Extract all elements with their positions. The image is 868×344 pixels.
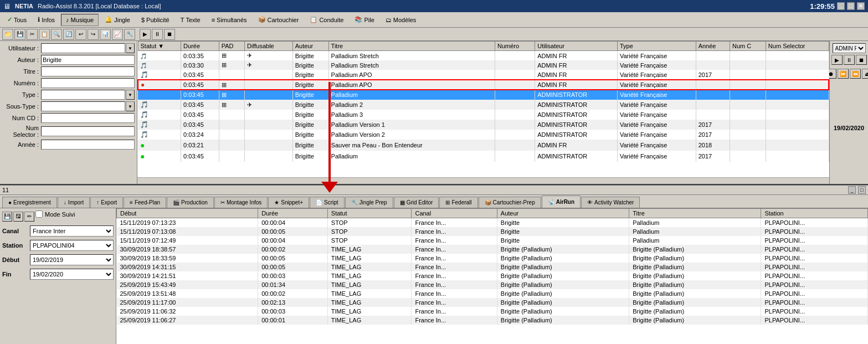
- tb-btn-6[interactable]: 🔄: [63, 29, 74, 40]
- bl-edit-icon[interactable]: ✏: [24, 212, 34, 222]
- maximize-button[interactable]: □: [847, 2, 855, 10]
- table-row[interactable]: 🎵 0:03:45 ⊞ ✈ Brigitte Palladium 2 ADMIN…: [138, 100, 829, 110]
- station-select[interactable]: PLPAPOLINI04: [30, 240, 114, 251]
- numero-input[interactable]: [41, 78, 135, 88]
- numselector-input[interactable]: [41, 126, 135, 136]
- tab-snippet[interactable]: ★ Snippet+: [268, 197, 309, 208]
- minimize-button[interactable]: _: [837, 2, 845, 10]
- table-row[interactable]: ● 0:03:45 Brigitte Palladium ADMINISTRAT…: [138, 151, 829, 162]
- table-row[interactable]: 🎵 0:03:45 Brigitte Palladium APO ADMIN F…: [138, 70, 829, 80]
- tab-production[interactable]: 🎬 Production: [167, 197, 214, 208]
- list-item[interactable]: 25/09/2019 15:43:49 00:01:34 TIME_LAG Fr…: [117, 280, 868, 289]
- soustype-input[interactable]: [41, 101, 125, 111]
- tb-btn-12[interactable]: ▶: [140, 29, 151, 40]
- cell-pad: [219, 140, 244, 151]
- user-select[interactable]: ADMIN FR: [833, 43, 866, 53]
- type-dropdown[interactable]: ▼: [126, 90, 135, 100]
- list-item[interactable]: 30/09/2019 18:38:57 00:00:02 TIME_LAG Fr…: [117, 245, 868, 254]
- tb-btn-4[interactable]: 📋: [39, 29, 50, 40]
- cell-duree: 00:00:02: [258, 289, 328, 298]
- tb-btn-10[interactable]: 📈: [112, 29, 123, 40]
- title-bar: 🖥 NETIA Radio-Assist 8.3.201 [Local Data…: [0, 0, 868, 12]
- tab-script[interactable]: 📄 Script: [310, 197, 345, 208]
- pause-icon[interactable]: ⏸: [844, 55, 855, 65]
- bl-save-icon[interactable]: 💾: [2, 212, 12, 222]
- maximize-panel-btn[interactable]: □: [858, 186, 866, 194]
- menu-cartouchier[interactable]: 📦 Cartouchier: [253, 14, 304, 26]
- tb-btn-11[interactable]: 🔧: [124, 29, 135, 40]
- utilisateur-input[interactable]: [41, 43, 125, 53]
- tb-btn-2[interactable]: 💾: [14, 29, 25, 40]
- tab-activitywatcher[interactable]: 👁 Activity Watcher: [581, 197, 640, 208]
- table-row[interactable]: ⦿ 0:03:45 ⊞ Brigitte Palladium ADMINISTR…: [138, 90, 829, 100]
- cell-duree: 00:00:02: [258, 245, 328, 254]
- tab-feedplan[interactable]: ≡ Feed-Plan: [124, 197, 166, 208]
- fin-select[interactable]: 19/02/2020: [30, 269, 114, 280]
- tb-btn-1[interactable]: 📁: [2, 29, 13, 40]
- table-row[interactable]: ● 0:03:45 ⊞ Brigitte Palladium APO ADMIN…: [138, 80, 829, 90]
- numcd-input[interactable]: [41, 113, 135, 123]
- table-row[interactable]: 🎵 0:03:30 ⊞ ✈ Brigitte Palladium Stretch…: [138, 60, 829, 70]
- horizontal-scrollbar[interactable]: [137, 177, 829, 184]
- soustype-dropdown[interactable]: ▼: [126, 101, 135, 111]
- close-button[interactable]: ✕: [857, 2, 865, 10]
- menu-modeles[interactable]: 🗂 Modèles: [381, 14, 422, 26]
- tab-import[interactable]: ↓ Import: [58, 197, 90, 208]
- ff-icon[interactable]: ⏩: [838, 69, 849, 79]
- tb-btn-9[interactable]: 📊: [100, 29, 111, 40]
- list-item[interactable]: 15/11/2019 07:13:08 00:00:05 STOP France…: [117, 227, 868, 236]
- list-item[interactable]: 15/11/2019 07:13:23 00:00:04 STOP France…: [117, 218, 868, 228]
- tab-enregistrement[interactable]: ● Enregistrement: [2, 197, 57, 208]
- list-item[interactable]: 25/09/2019 11:06:27 00:00:01 TIME_LAG Fr…: [117, 316, 868, 325]
- play-icon[interactable]: ▶: [831, 55, 843, 65]
- tb-btn-14[interactable]: ⏹: [164, 29, 175, 40]
- eject-icon[interactable]: ⏏: [862, 69, 869, 79]
- utilisateur-dropdown[interactable]: ▼: [126, 43, 135, 53]
- list-item[interactable]: 25/09/2019 11:06:32 00:00:03 TIME_LAG Fr…: [117, 307, 868, 316]
- list-item[interactable]: 25/09/2019 11:17:00 00:02:13 TIME_LAG Fr…: [117, 298, 868, 307]
- tab-airrun[interactable]: 📡 AirRun: [542, 196, 581, 208]
- tab-jingleprep[interactable]: 🔧 Jingle Prep: [345, 197, 393, 208]
- menu-infos[interactable]: ℹ Infos: [33, 14, 60, 26]
- auteur-input[interactable]: [41, 55, 135, 65]
- rw-icon[interactable]: ⏪: [850, 69, 861, 79]
- tab-export[interactable]: ↑ Export: [90, 197, 123, 208]
- menu-jingle[interactable]: 🔔 Jingle: [100, 14, 135, 26]
- table-row[interactable]: ● 0:03:21 Brigitte Sauver ma Peau - Bon …: [138, 140, 829, 151]
- minimize-panel-btn[interactable]: _: [848, 186, 856, 194]
- list-item[interactable]: 30/09/2019 14:31:15 00:00:05 TIME_LAG Fr…: [117, 263, 868, 271]
- stop-icon[interactable]: ⏹: [856, 55, 867, 65]
- list-item[interactable]: 15/11/2019 07:12:49 00:00:04 STOP France…: [117, 236, 868, 245]
- tab-montage[interactable]: ✂ Montage Infos: [214, 197, 268, 208]
- tab-cartouchierprep[interactable]: 📦 Cartouchier-Prep: [479, 197, 541, 208]
- menu-conduite[interactable]: 📋 Conduite: [305, 14, 348, 26]
- tb-btn-8[interactable]: ↪: [88, 29, 99, 40]
- menu-tous[interactable]: ✓ Tous: [2, 14, 32, 26]
- tb-btn-5[interactable]: 🔍: [51, 29, 62, 40]
- menu-publicite[interactable]: $ Publicité: [136, 14, 174, 26]
- menu-musique[interactable]: ♪ Musique: [61, 14, 99, 26]
- canal-select[interactable]: France Inter: [30, 225, 114, 237]
- table-row[interactable]: 🎵 0:03:45 Brigitte Palladium 3 ADMINISTR…: [138, 110, 829, 120]
- list-item[interactable]: 30/09/2019 18:33:59 00:00:05 TIME_LAG Fr…: [117, 254, 868, 263]
- menu-simultanes[interactable]: ≡ Simultanés: [207, 14, 252, 26]
- type-input[interactable]: [41, 90, 125, 100]
- cell-debut: 25/09/2019 11:06:32: [117, 307, 258, 316]
- list-item[interactable]: 30/09/2019 14:21:51 00:00:03 TIME_LAG Fr…: [117, 271, 868, 280]
- tab-federall[interactable]: ⊞ Federall: [439, 197, 477, 208]
- annee-input[interactable]: [41, 140, 135, 150]
- titre-input[interactable]: [41, 66, 135, 76]
- tb-btn-3[interactable]: ✂: [27, 29, 38, 40]
- table-row[interactable]: 🎵 0:03:35 ⊞ ✈ Brigitte Palladium Stretch…: [138, 51, 829, 61]
- tab-grideditor[interactable]: ▦ Grid Editor: [394, 197, 439, 208]
- mode-suivi-checkbox[interactable]: [35, 210, 43, 218]
- menu-texte[interactable]: T Texte: [176, 14, 206, 26]
- debut-select[interactable]: 19/02/2019: [30, 254, 114, 265]
- tb-btn-7[interactable]: ↩: [75, 29, 86, 40]
- tb-btn-13[interactable]: ⏸: [152, 29, 163, 40]
- list-item[interactable]: 25/09/2019 13:51:48 00:00:02 TIME_LAG Fr…: [117, 289, 868, 298]
- bl-disk-icon[interactable]: 🖫: [13, 212, 23, 222]
- table-row[interactable]: 🎵 0:03:24 Brigitte Palladium Version 2 A…: [138, 130, 829, 140]
- menu-pile[interactable]: 📚 Pile: [350, 14, 379, 26]
- table-row[interactable]: 🎵 0:03:45 Brigitte Palladium Version 1 A…: [138, 120, 829, 130]
